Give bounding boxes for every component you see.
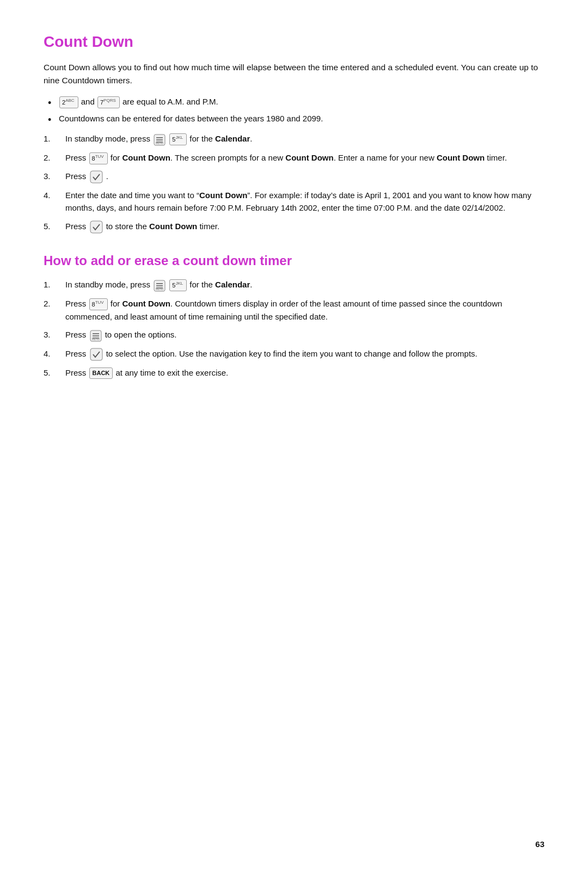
s2-step2-text: for Count Down. Countdown timers display… xyxy=(65,299,502,321)
bullet-item-2: Countdowns can be entered for dates betw… xyxy=(44,113,544,125)
s2-step5-suffix: at any time to exit the exercise. xyxy=(115,368,228,377)
step2-num: 2. xyxy=(44,151,51,164)
action-svg-2 xyxy=(90,220,103,234)
s2-step1-prefix: In standby mode, press xyxy=(65,280,152,289)
s2-step4-text: to select the option. Use the navigation… xyxy=(106,349,477,358)
section2-step-4: 4. Press to select the option. Use the n… xyxy=(44,347,544,361)
bullet-item-1: 2ABC and 7PQRS are equal to A.M. and P.M… xyxy=(44,96,544,108)
key-menu-icon: MENU xyxy=(154,133,166,146)
section2-steps: 1. In standby mode, press MENU 5JKL for … xyxy=(44,278,544,379)
s2-step4-num: 4. xyxy=(44,347,51,360)
menu-svg: MENU xyxy=(154,134,166,146)
back-key: BACK xyxy=(89,367,113,379)
step3-suffix: . xyxy=(106,171,108,181)
section2-step-5: 5. Press BACK at any time to exit the ex… xyxy=(44,366,544,379)
menu-svg-2: MENU xyxy=(154,280,166,292)
key-7pqrs-sup: PQRS xyxy=(103,98,116,103)
section2-step-1: 1. In standby mode, press MENU 5JKL for … xyxy=(44,278,544,292)
section1-title: Count Down xyxy=(44,30,544,53)
svg-text:MENU: MENU xyxy=(156,142,164,145)
key-menu-2: MENU xyxy=(154,279,166,292)
bullet1-suffix: are equal to A.M. and P.M. xyxy=(122,97,218,106)
s2-step3-prefix: Press xyxy=(65,330,89,339)
step2-text: for Count Down. The screen prompts for a… xyxy=(111,153,507,162)
menu-svg-3: MENU xyxy=(90,330,102,342)
step3-num: 3. xyxy=(44,170,51,182)
svg-rect-17 xyxy=(90,348,102,360)
action-svg-3 xyxy=(90,348,103,361)
key-8tuv-1: 8TUV xyxy=(89,152,108,164)
s2-step3-num: 3. xyxy=(44,328,51,341)
svg-text:MENU: MENU xyxy=(156,287,164,291)
key-5jkl-1: 5JKL xyxy=(169,133,187,145)
section2-step-3: 3. Press MENU to open the options. xyxy=(44,328,544,342)
step5-prefix: Press xyxy=(65,222,89,231)
key-2abc-sup: ABC xyxy=(65,98,74,103)
key-8-sup: TUV xyxy=(95,154,104,159)
section1-step-4: 4. Enter the date and time you want to “… xyxy=(44,189,544,214)
step4-text: Enter the date and time you want to “Cou… xyxy=(65,191,531,212)
s2-step5-num: 5. xyxy=(44,366,51,379)
svg-text:MENU: MENU xyxy=(91,338,100,341)
s2-key8-sup: TUV xyxy=(95,300,104,305)
step1-num: 1. xyxy=(44,132,51,145)
action-key-1 xyxy=(90,170,103,183)
step4-num: 4. xyxy=(44,189,51,201)
section1-step-3: 3. Press . xyxy=(44,170,544,183)
key-8tuv-2: 8TUV xyxy=(89,298,108,310)
step1-suffix: for the Calendar. xyxy=(189,134,252,143)
step2-prefix: Press xyxy=(65,153,89,162)
s2-step2-num: 2. xyxy=(44,297,51,310)
svg-rect-5 xyxy=(90,171,102,183)
s2-step4-prefix: Press xyxy=(65,349,89,358)
key-7pqrs: 7PQRS xyxy=(97,96,120,108)
key-5jkl-2: 5JKL xyxy=(169,279,187,291)
section1-steps: 1. In standby mode, press MENU 5JKL for … xyxy=(44,132,544,233)
bullet2-text: Countdowns can be entered for dates betw… xyxy=(59,114,323,123)
action-svg-1 xyxy=(90,170,103,183)
action-key-2 xyxy=(90,220,103,234)
s2-step1-suffix: for the Calendar. xyxy=(189,280,252,289)
section2-title: How to add or erase a count down timer xyxy=(44,251,544,271)
section1-intro: Count Down allows you to find out how mu… xyxy=(44,61,544,87)
page-number: 63 xyxy=(535,838,544,851)
bullet-list: 2ABC and 7PQRS are equal to A.M. and P.M… xyxy=(44,96,544,125)
key-5-sup: JKL xyxy=(175,135,183,140)
action-key-3 xyxy=(90,348,103,361)
section1-step-2: 2. Press 8TUV for Count Down. The screen… xyxy=(44,151,544,164)
s2-key5-sup: JKL xyxy=(175,281,183,286)
bullet1-and: and xyxy=(81,97,97,106)
s2-step2-prefix: Press xyxy=(65,299,89,308)
key-2abc: 2ABC xyxy=(59,96,78,108)
section2-step-2: 2. Press 8TUV for Count Down. Countdown … xyxy=(44,297,544,323)
step5-num: 5. xyxy=(44,220,51,232)
s2-step5-prefix: Press xyxy=(65,368,86,377)
s2-step1-num: 1. xyxy=(44,278,51,291)
section1-step-5: 5. Press to store the Count Down timer. xyxy=(44,220,544,234)
section1-step-1: 1. In standby mode, press MENU 5JKL for … xyxy=(44,132,544,146)
s2-step3-suffix: to open the options. xyxy=(105,330,177,339)
svg-rect-6 xyxy=(90,221,102,233)
key-menu-3: MENU xyxy=(90,329,102,342)
step5-text: to store the Count Down timer. xyxy=(106,222,219,231)
step3-prefix: Press xyxy=(65,171,89,181)
step1-text-prefix: In standby mode, press xyxy=(65,134,152,143)
